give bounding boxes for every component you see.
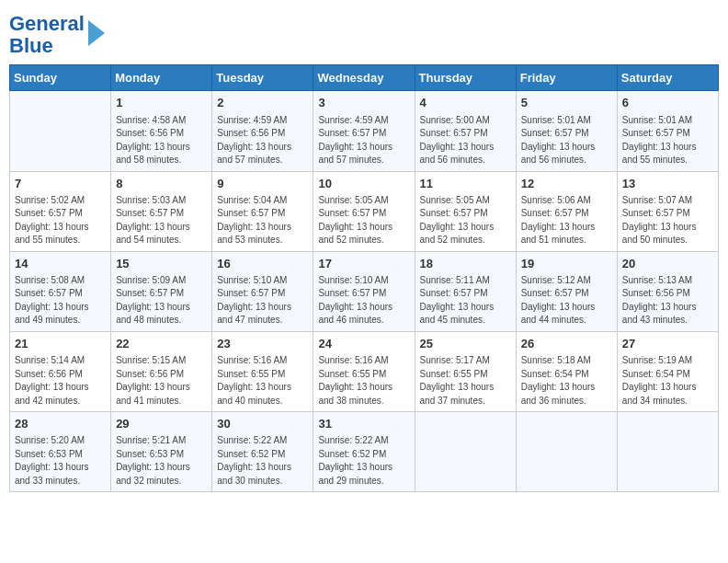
cell-content: Sunrise: 5:03 AM Sunset: 6:57 PM Dayligh…	[116, 194, 207, 247]
cell-content: Sunrise: 5:05 AM Sunset: 6:57 PM Dayligh…	[420, 194, 511, 247]
header-thursday: Thursday	[415, 65, 516, 91]
header-sunday: Sunday	[10, 65, 111, 91]
day-number: 3	[318, 95, 409, 111]
cell-content: Sunrise: 5:00 AM Sunset: 6:57 PM Dayligh…	[420, 114, 511, 167]
calendar-cell: 30Sunrise: 5:22 AM Sunset: 6:52 PM Dayli…	[212, 412, 313, 492]
cell-content: Sunrise: 5:20 AM Sunset: 6:53 PM Dayligh…	[15, 434, 106, 488]
calendar-cell: 11Sunrise: 5:05 AM Sunset: 6:57 PM Dayli…	[415, 171, 516, 251]
calendar-cell: 3Sunrise: 4:59 AM Sunset: 6:57 PM Daylig…	[313, 91, 415, 171]
calendar-cell: 29Sunrise: 5:21 AM Sunset: 6:53 PM Dayli…	[111, 412, 212, 492]
day-number: 26	[521, 336, 612, 352]
day-number: 23	[217, 336, 308, 352]
cell-content: Sunrise: 5:04 AM Sunset: 6:57 PM Dayligh…	[217, 194, 308, 247]
header-tuesday: Tuesday	[212, 65, 313, 91]
cell-content: Sunrise: 5:10 AM Sunset: 6:57 PM Dayligh…	[217, 274, 308, 327]
calendar-header-row: SundayMondayTuesdayWednesdayThursdayFrid…	[10, 65, 719, 91]
logo-blue: Blue	[9, 34, 53, 57]
cell-content: Sunrise: 4:58 AM Sunset: 6:56 PM Dayligh…	[116, 114, 207, 167]
cell-content: Sunrise: 5:17 AM Sunset: 6:55 PM Dayligh…	[420, 354, 511, 408]
day-number: 19	[521, 256, 612, 272]
cell-content: Sunrise: 5:15 AM Sunset: 6:56 PM Dayligh…	[116, 354, 207, 408]
week-row-4: 21Sunrise: 5:14 AM Sunset: 6:56 PM Dayli…	[10, 331, 719, 411]
cell-content: Sunrise: 5:14 AM Sunset: 6:56 PM Dayligh…	[15, 354, 106, 408]
calendar-cell	[10, 91, 111, 171]
day-number: 27	[622, 336, 713, 352]
day-number: 24	[318, 336, 409, 352]
calendar-cell: 14Sunrise: 5:08 AM Sunset: 6:57 PM Dayli…	[10, 251, 111, 331]
cell-content: Sunrise: 5:01 AM Sunset: 6:57 PM Dayligh…	[521, 114, 612, 167]
day-number: 30	[217, 416, 308, 432]
day-number: 29	[116, 416, 207, 432]
day-number: 14	[15, 256, 106, 272]
cell-content: Sunrise: 5:10 AM Sunset: 6:57 PM Dayligh…	[318, 274, 409, 327]
cell-content: Sunrise: 5:08 AM Sunset: 6:57 PM Dayligh…	[15, 274, 106, 327]
day-number: 2	[217, 95, 308, 111]
calendar-cell: 10Sunrise: 5:05 AM Sunset: 6:57 PM Dayli…	[313, 171, 415, 251]
calendar-cell: 28Sunrise: 5:20 AM Sunset: 6:53 PM Dayli…	[10, 412, 111, 492]
calendar-cell: 13Sunrise: 5:07 AM Sunset: 6:57 PM Dayli…	[617, 171, 718, 251]
day-number: 16	[217, 256, 308, 272]
cell-content: Sunrise: 5:22 AM Sunset: 6:52 PM Dayligh…	[318, 434, 409, 488]
calendar-cell: 2Sunrise: 4:59 AM Sunset: 6:56 PM Daylig…	[212, 91, 313, 171]
day-number: 10	[318, 176, 409, 192]
calendar-cell: 25Sunrise: 5:17 AM Sunset: 6:55 PM Dayli…	[415, 331, 516, 411]
day-number: 12	[521, 176, 612, 192]
calendar-cell: 21Sunrise: 5:14 AM Sunset: 6:56 PM Dayli…	[10, 331, 111, 411]
calendar-cell: 20Sunrise: 5:13 AM Sunset: 6:56 PM Dayli…	[617, 251, 718, 331]
calendar-cell	[516, 412, 617, 492]
day-number: 15	[116, 256, 207, 272]
day-number: 28	[15, 416, 106, 432]
day-number: 13	[622, 176, 713, 192]
calendar-cell: 23Sunrise: 5:16 AM Sunset: 6:55 PM Dayli…	[212, 331, 313, 411]
cell-content: Sunrise: 5:01 AM Sunset: 6:57 PM Dayligh…	[622, 114, 713, 167]
day-number: 31	[318, 416, 409, 432]
cell-content: Sunrise: 5:02 AM Sunset: 6:57 PM Dayligh…	[15, 194, 106, 247]
day-number: 9	[217, 176, 308, 192]
calendar-cell: 27Sunrise: 5:19 AM Sunset: 6:54 PM Dayli…	[617, 331, 718, 411]
calendar-cell: 5Sunrise: 5:01 AM Sunset: 6:57 PM Daylig…	[516, 91, 617, 171]
week-row-5: 28Sunrise: 5:20 AM Sunset: 6:53 PM Dayli…	[10, 412, 719, 492]
calendar-cell: 1Sunrise: 4:58 AM Sunset: 6:56 PM Daylig…	[111, 91, 212, 171]
cell-content: Sunrise: 5:16 AM Sunset: 6:55 PM Dayligh…	[217, 354, 308, 408]
week-row-2: 7Sunrise: 5:02 AM Sunset: 6:57 PM Daylig…	[10, 171, 719, 251]
cell-content: Sunrise: 5:12 AM Sunset: 6:57 PM Dayligh…	[521, 274, 612, 327]
week-row-1: 1Sunrise: 4:58 AM Sunset: 6:56 PM Daylig…	[10, 91, 719, 171]
calendar-cell: 12Sunrise: 5:06 AM Sunset: 6:57 PM Dayli…	[516, 171, 617, 251]
cell-content: Sunrise: 5:22 AM Sunset: 6:52 PM Dayligh…	[217, 434, 308, 488]
calendar-cell: 22Sunrise: 5:15 AM Sunset: 6:56 PM Dayli…	[111, 331, 212, 411]
calendar-cell: 4Sunrise: 5:00 AM Sunset: 6:57 PM Daylig…	[415, 91, 516, 171]
day-number: 22	[116, 336, 207, 352]
day-number: 1	[116, 95, 207, 111]
calendar-table: SundayMondayTuesdayWednesdayThursdayFrid…	[9, 64, 719, 492]
cell-content: Sunrise: 4:59 AM Sunset: 6:57 PM Dayligh…	[318, 114, 409, 167]
logo: General Blue	[9, 9, 105, 57]
cell-content: Sunrise: 5:06 AM Sunset: 6:57 PM Dayligh…	[521, 194, 612, 247]
cell-content: Sunrise: 4:59 AM Sunset: 6:56 PM Dayligh…	[217, 114, 308, 167]
calendar-cell: 18Sunrise: 5:11 AM Sunset: 6:57 PM Dayli…	[415, 251, 516, 331]
cell-content: Sunrise: 5:05 AM Sunset: 6:57 PM Dayligh…	[318, 194, 409, 247]
cell-content: Sunrise: 5:18 AM Sunset: 6:54 PM Dayligh…	[521, 354, 612, 408]
day-number: 5	[521, 95, 612, 111]
day-number: 25	[420, 336, 511, 352]
cell-content: Sunrise: 5:11 AM Sunset: 6:57 PM Dayligh…	[420, 274, 511, 327]
day-number: 20	[622, 256, 713, 272]
cell-content: Sunrise: 5:16 AM Sunset: 6:55 PM Dayligh…	[318, 354, 409, 408]
calendar-cell: 15Sunrise: 5:09 AM Sunset: 6:57 PM Dayli…	[111, 251, 212, 331]
calendar-cell: 9Sunrise: 5:04 AM Sunset: 6:57 PM Daylig…	[212, 171, 313, 251]
calendar-cell: 8Sunrise: 5:03 AM Sunset: 6:57 PM Daylig…	[111, 171, 212, 251]
calendar-cell: 19Sunrise: 5:12 AM Sunset: 6:57 PM Dayli…	[516, 251, 617, 331]
page-header: General Blue	[9, 9, 719, 57]
logo-arrow-icon	[88, 20, 105, 46]
header-friday: Friday	[516, 65, 617, 91]
logo-text: General Blue	[9, 13, 85, 57]
calendar-cell: 26Sunrise: 5:18 AM Sunset: 6:54 PM Dayli…	[516, 331, 617, 411]
calendar-cell: 16Sunrise: 5:10 AM Sunset: 6:57 PM Dayli…	[212, 251, 313, 331]
calendar-cell: 6Sunrise: 5:01 AM Sunset: 6:57 PM Daylig…	[617, 91, 718, 171]
header-wednesday: Wednesday	[313, 65, 415, 91]
day-number: 4	[420, 95, 511, 111]
day-number: 6	[622, 95, 713, 111]
calendar-cell	[415, 412, 516, 492]
cell-content: Sunrise: 5:09 AM Sunset: 6:57 PM Dayligh…	[116, 274, 207, 327]
calendar-cell: 31Sunrise: 5:22 AM Sunset: 6:52 PM Dayli…	[313, 412, 415, 492]
calendar-cell: 7Sunrise: 5:02 AM Sunset: 6:57 PM Daylig…	[10, 171, 111, 251]
